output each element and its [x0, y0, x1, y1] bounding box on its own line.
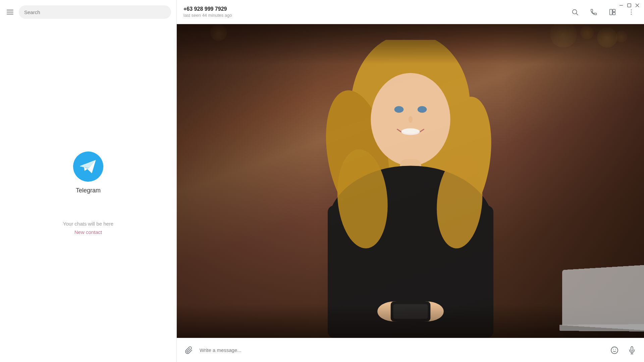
svg-rect-3	[610, 9, 612, 15]
chat-header: +63 928 999 7929 last seen 44 minutes ag…	[177, 0, 644, 24]
chat-input-bar	[177, 338, 644, 362]
mic-button[interactable]	[625, 344, 639, 357]
contact-status: last seen 44 minutes ago	[183, 13, 569, 18]
svg-point-7	[631, 11, 632, 12]
restore-icon	[627, 3, 632, 8]
chat-header-info: +63 928 999 7929 last seen 44 minutes ag…	[183, 6, 569, 18]
person-silhouette	[247, 40, 574, 338]
svg-rect-25	[393, 304, 428, 318]
search-chat-button[interactable]	[569, 6, 581, 18]
empty-chats-label: Your chats will be here	[63, 221, 113, 227]
svg-point-16	[401, 128, 420, 135]
emoji-button[interactable]	[608, 344, 621, 357]
new-contact-link[interactable]: New contact	[74, 229, 102, 235]
message-input[interactable]	[200, 347, 604, 353]
close-icon	[635, 3, 640, 8]
call-button[interactable]	[588, 6, 600, 18]
svg-rect-5	[613, 12, 615, 14]
search-icon	[571, 8, 579, 16]
telegram-logo	[73, 152, 103, 182]
svg-point-14	[417, 106, 427, 113]
attach-button[interactable]	[182, 344, 196, 357]
svg-point-13	[394, 106, 404, 113]
svg-rect-32	[628, 4, 631, 7]
close-button[interactable]	[635, 3, 640, 8]
contact-photo	[177, 24, 644, 338]
attach-icon	[185, 346, 193, 354]
contact-phone: +63 928 999 7929	[183, 6, 569, 12]
sidebar-content: Telegram Your chats will be here New con…	[0, 24, 176, 362]
svg-point-15	[409, 116, 413, 123]
menu-button[interactable]	[5, 8, 15, 16]
app-name: Telegram	[76, 187, 101, 194]
emoji-icon	[610, 346, 619, 354]
chat-area: +63 928 999 7929 last seen 44 minutes ag…	[177, 0, 644, 362]
sidebar-header	[0, 0, 176, 24]
chat-body	[177, 24, 644, 338]
svg-point-1	[573, 9, 577, 14]
minimize-icon	[619, 3, 624, 8]
minimize-button[interactable]	[619, 3, 624, 8]
restore-button[interactable]	[627, 3, 632, 8]
search-input[interactable]	[19, 5, 171, 19]
svg-line-2	[576, 13, 578, 15]
mic-icon	[628, 346, 636, 354]
svg-point-26	[611, 347, 618, 354]
phone-icon	[590, 8, 597, 16]
window-chrome	[614, 0, 644, 11]
sidebar: Telegram Your chats will be here New con…	[0, 0, 177, 362]
svg-point-8	[631, 14, 632, 15]
